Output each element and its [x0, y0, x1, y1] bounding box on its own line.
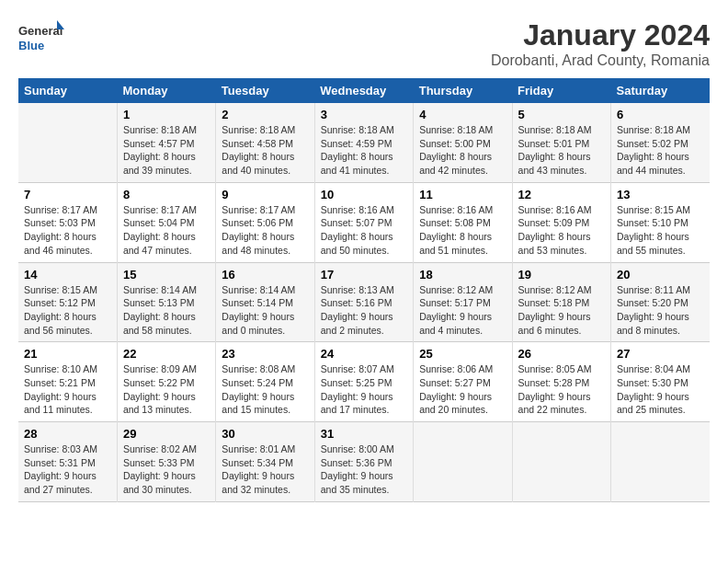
cell-4-2: 30 Sunrise: 8:01 AMSunset: 5:34 PMDaylig…	[216, 422, 314, 502]
cell-1-5: 12 Sunrise: 8:16 AMSunset: 5:09 PMDaylig…	[512, 182, 610, 262]
day-number: 6	[617, 108, 704, 121]
header-row: Sunday Monday Tuesday Wednesday Thursday…	[18, 78, 710, 103]
svg-text:Blue: Blue	[18, 39, 44, 52]
cell-content: Sunrise: 8:06 AMSunset: 5:27 PMDaylight:…	[419, 363, 493, 415]
cell-2-5: 19 Sunrise: 8:12 AMSunset: 5:18 PMDaylig…	[512, 262, 610, 342]
day-number: 10	[321, 188, 407, 201]
cell-3-4: 25 Sunrise: 8:06 AMSunset: 5:27 PMDaylig…	[414, 342, 512, 422]
cell-content: Sunrise: 8:15 AMSunset: 5:12 PMDaylight:…	[24, 284, 97, 336]
week-row-4: 28 Sunrise: 8:03 AMSunset: 5:31 PMDaylig…	[18, 422, 710, 502]
cell-2-3: 17 Sunrise: 8:13 AMSunset: 5:16 PMDaylig…	[314, 262, 413, 342]
day-number: 5	[518, 108, 605, 121]
cell-1-1: 8 Sunrise: 8:17 AMSunset: 5:04 PMDayligh…	[117, 182, 215, 262]
cell-3-1: 22 Sunrise: 8:09 AMSunset: 5:22 PMDaylig…	[117, 342, 215, 422]
svg-marker-2	[57, 20, 64, 29]
day-number: 12	[518, 188, 605, 201]
cell-content: Sunrise: 8:03 AMSunset: 5:31 PMDaylight:…	[24, 443, 97, 495]
col-friday: Friday	[512, 78, 610, 103]
cell-content: Sunrise: 8:09 AMSunset: 5:22 PMDaylight:…	[123, 363, 197, 415]
day-number: 27	[617, 347, 704, 361]
cell-content: Sunrise: 8:04 AMSunset: 5:30 PMDaylight:…	[617, 363, 690, 415]
cell-content: Sunrise: 8:16 AMSunset: 5:09 PMDaylight:…	[518, 204, 592, 256]
cell-2-4: 18 Sunrise: 8:12 AMSunset: 5:17 PMDaylig…	[414, 262, 512, 342]
cell-0-6: 6 Sunrise: 8:18 AMSunset: 5:02 PMDayligh…	[611, 103, 710, 182]
cell-content: Sunrise: 8:05 AMSunset: 5:28 PMDaylight:…	[518, 363, 592, 415]
cell-0-1: 1 Sunrise: 8:18 AMSunset: 4:57 PMDayligh…	[117, 103, 215, 182]
day-number: 13	[617, 188, 704, 201]
day-number: 26	[518, 347, 605, 361]
day-number: 9	[222, 188, 308, 201]
cell-4-0: 28 Sunrise: 8:03 AMSunset: 5:31 PMDaylig…	[18, 422, 117, 502]
cell-1-6: 13 Sunrise: 8:15 AMSunset: 5:10 PMDaylig…	[611, 182, 710, 262]
cell-1-3: 10 Sunrise: 8:16 AMSunset: 5:07 PMDaylig…	[314, 182, 413, 262]
cell-content: Sunrise: 8:00 AMSunset: 5:36 PMDaylight:…	[321, 443, 394, 495]
day-number: 28	[24, 427, 111, 441]
day-number: 21	[24, 347, 111, 361]
col-saturday: Saturday	[611, 78, 710, 103]
week-row-1: 7 Sunrise: 8:17 AMSunset: 5:03 PMDayligh…	[18, 182, 710, 262]
day-number: 20	[617, 268, 704, 282]
day-number: 2	[222, 108, 308, 121]
week-row-2: 14 Sunrise: 8:15 AMSunset: 5:12 PMDaylig…	[18, 262, 710, 342]
cell-2-0: 14 Sunrise: 8:15 AMSunset: 5:12 PMDaylig…	[18, 262, 117, 342]
cell-0-3: 3 Sunrise: 8:18 AMSunset: 4:59 PMDayligh…	[314, 103, 413, 182]
cell-3-0: 21 Sunrise: 8:10 AMSunset: 5:21 PMDaylig…	[18, 342, 117, 422]
cell-3-3: 24 Sunrise: 8:07 AMSunset: 5:25 PMDaylig…	[314, 342, 413, 422]
page-title: January 2024	[491, 18, 710, 52]
day-number: 8	[123, 188, 210, 201]
day-number: 11	[419, 188, 506, 201]
cell-content: Sunrise: 8:12 AMSunset: 5:17 PMDaylight:…	[419, 284, 493, 336]
day-number: 15	[123, 268, 210, 282]
cell-content: Sunrise: 8:16 AMSunset: 5:08 PMDaylight:…	[419, 204, 493, 256]
calendar-table: Sunday Monday Tuesday Wednesday Thursday…	[18, 78, 710, 502]
cell-content: Sunrise: 8:07 AMSunset: 5:25 PMDaylight:…	[321, 363, 394, 415]
cell-4-4	[414, 422, 512, 502]
cell-content: Sunrise: 8:15 AMSunset: 5:10 PMDaylight:…	[617, 204, 690, 256]
day-number: 18	[419, 268, 506, 282]
cell-2-6: 20 Sunrise: 8:11 AMSunset: 5:20 PMDaylig…	[611, 262, 710, 342]
col-monday: Monday	[117, 78, 215, 103]
cell-content: Sunrise: 8:13 AMSunset: 5:16 PMDaylight:…	[321, 284, 394, 336]
day-number: 16	[222, 268, 308, 282]
cell-1-4: 11 Sunrise: 8:16 AMSunset: 5:08 PMDaylig…	[414, 182, 512, 262]
cell-4-5	[512, 422, 610, 502]
cell-content: Sunrise: 8:14 AMSunset: 5:14 PMDaylight:…	[222, 284, 295, 336]
day-number: 14	[24, 268, 111, 282]
cell-content: Sunrise: 8:18 AMSunset: 5:02 PMDaylight:…	[617, 124, 690, 176]
cell-content: Sunrise: 8:02 AMSunset: 5:33 PMDaylight:…	[123, 443, 197, 495]
cell-0-0	[18, 103, 117, 182]
page-subtitle: Dorobanti, Arad County, Romania	[491, 52, 710, 69]
page-container: General Blue January 2024 Dorobanti, Ara…	[18, 18, 710, 502]
week-row-0: 1 Sunrise: 8:18 AMSunset: 4:57 PMDayligh…	[18, 103, 710, 182]
cell-3-5: 26 Sunrise: 8:05 AMSunset: 5:28 PMDaylig…	[512, 342, 610, 422]
day-number: 17	[321, 268, 407, 282]
cell-content: Sunrise: 8:17 AMSunset: 5:03 PMDaylight:…	[24, 204, 97, 256]
day-number: 29	[123, 427, 210, 441]
cell-2-2: 16 Sunrise: 8:14 AMSunset: 5:14 PMDaylig…	[216, 262, 314, 342]
header: General Blue January 2024 Dorobanti, Ara…	[18, 18, 710, 69]
cell-content: Sunrise: 8:17 AMSunset: 5:06 PMDaylight:…	[222, 204, 295, 256]
cell-content: Sunrise: 8:08 AMSunset: 5:24 PMDaylight:…	[222, 363, 295, 415]
day-number: 24	[321, 347, 407, 361]
logo: General Blue	[18, 18, 64, 55]
cell-0-2: 2 Sunrise: 8:18 AMSunset: 4:58 PMDayligh…	[216, 103, 314, 182]
cell-0-4: 4 Sunrise: 8:18 AMSunset: 5:00 PMDayligh…	[414, 103, 512, 182]
day-number: 22	[123, 347, 210, 361]
cell-content: Sunrise: 8:17 AMSunset: 5:04 PMDaylight:…	[123, 204, 197, 256]
day-number: 23	[222, 347, 308, 361]
day-number: 1	[123, 108, 210, 121]
day-number: 25	[419, 347, 506, 361]
cell-4-1: 29 Sunrise: 8:02 AMSunset: 5:33 PMDaylig…	[117, 422, 215, 502]
col-thursday: Thursday	[414, 78, 512, 103]
day-number: 19	[518, 268, 605, 282]
day-number: 30	[222, 427, 308, 441]
cell-content: Sunrise: 8:12 AMSunset: 5:18 PMDaylight:…	[518, 284, 592, 336]
cell-content: Sunrise: 8:01 AMSunset: 5:34 PMDaylight:…	[222, 443, 295, 495]
cell-content: Sunrise: 8:18 AMSunset: 4:57 PMDaylight:…	[123, 124, 197, 176]
week-row-3: 21 Sunrise: 8:10 AMSunset: 5:21 PMDaylig…	[18, 342, 710, 422]
cell-content: Sunrise: 8:11 AMSunset: 5:20 PMDaylight:…	[617, 284, 690, 336]
cell-content: Sunrise: 8:18 AMSunset: 4:58 PMDaylight:…	[222, 124, 295, 176]
day-number: 7	[24, 188, 111, 201]
title-section: January 2024 Dorobanti, Arad County, Rom…	[491, 18, 710, 69]
cell-content: Sunrise: 8:18 AMSunset: 4:59 PMDaylight:…	[321, 124, 394, 176]
